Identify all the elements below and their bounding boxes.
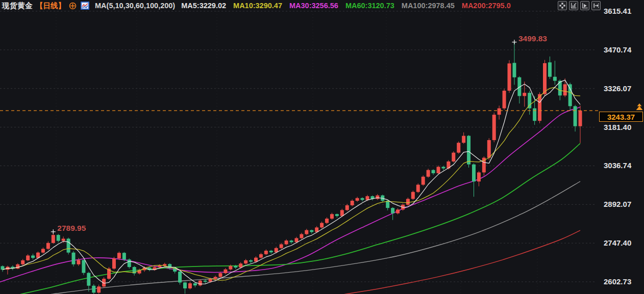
extreme-price-label: 3499.83 xyxy=(518,34,547,43)
ma-value: MA60:3120.73 xyxy=(345,2,394,10)
ma-value: MA100:2978.45 xyxy=(402,2,455,10)
mini-chart-icon[interactable] xyxy=(81,2,89,10)
toolbar-button-axis-latest[interactable] xyxy=(580,1,589,10)
toolbar-button-shift-right[interactable] xyxy=(591,1,601,10)
shift-right-icon xyxy=(592,2,600,9)
y-axis-label: 2602.73 xyxy=(604,278,631,286)
ma-value: MA5:3229.02 xyxy=(181,2,226,10)
y-axis-label: 3036.74 xyxy=(604,162,631,170)
candlestick-chart[interactable]: 2789.953499.83 xyxy=(0,0,644,294)
price-annotations: 2789.953499.83 xyxy=(51,34,548,234)
ma-fast-lines xyxy=(3,80,580,284)
y-axis-label: 3615.41 xyxy=(604,7,631,15)
period-selector[interactable]: 【日线】 xyxy=(36,1,65,11)
chart-legend: 现货黄金 【日线】 MA(5,10,30,60,100,200) MA5:322… xyxy=(2,0,511,11)
ma-value: MA30:3256.56 xyxy=(289,2,338,10)
y-axis-label: 2747.40 xyxy=(604,239,631,247)
current-price-tag: 3243.37 xyxy=(599,112,643,122)
ma-settings-label: MA(5,10,30,60,100,200) xyxy=(95,2,175,10)
y-axis-label: 3326.07 xyxy=(604,85,631,93)
crosshair-move-icon xyxy=(559,2,566,9)
price-up-arrow-icon xyxy=(635,103,643,112)
ma200-line xyxy=(344,230,580,294)
ma-value: MA10:3290.47 xyxy=(233,2,282,10)
extreme-price-label: 2789.95 xyxy=(57,224,86,232)
circle-plus-icon[interactable] xyxy=(69,2,77,10)
chart-toolbar xyxy=(558,1,601,10)
grid-lines xyxy=(0,11,596,294)
toolbar-button-axis-scale[interactable] xyxy=(569,1,578,10)
axis-scale-icon xyxy=(570,2,577,9)
y-axis-label: 2892.07 xyxy=(604,200,631,208)
y-axis-label: 3470.74 xyxy=(604,46,631,54)
ma-legend-values: MA5:3229.02MA10:3290.47MA30:3256.56MA60:… xyxy=(181,2,511,10)
symbol-name: 现货黄金 xyxy=(2,1,33,11)
ma-value: MA200:2795.0 xyxy=(462,2,511,10)
ma5-line xyxy=(3,80,580,284)
y-axis-label: 3181.40 xyxy=(604,123,631,131)
axis-latest-icon xyxy=(581,2,588,9)
chart-window: 2789.953499.83 现货黄金 【日线】 MA(5,10,30,60,1… xyxy=(0,0,644,294)
toolbar-button-crosshair[interactable] xyxy=(558,1,567,10)
